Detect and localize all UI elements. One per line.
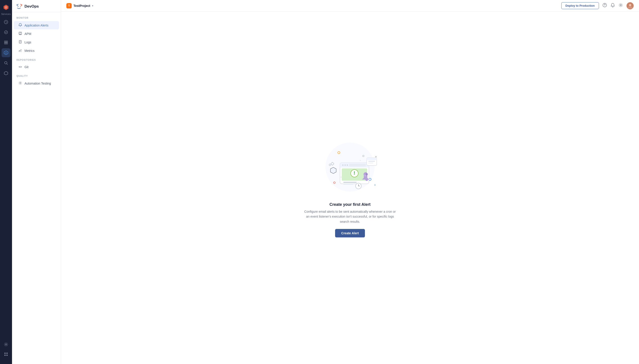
notification-icon[interactable] — [610, 3, 615, 8]
metrics-icon — [18, 48, 22, 53]
rail-icon-settings[interactable] — [2, 340, 11, 349]
svg-point-18 — [629, 4, 631, 6]
user-avatar[interactable] — [626, 2, 634, 9]
apm-label: APM — [25, 32, 31, 36]
svg-point-41 — [366, 173, 368, 175]
application-alerts-label: Application Alerts — [25, 24, 48, 27]
svg-point-33 — [347, 164, 348, 166]
project-dropdown-arrow[interactable]: ▾ — [92, 4, 93, 7]
empty-state-description: Configure email alerts to be sent automa… — [303, 209, 397, 224]
deploy-button[interactable]: Deploy to Production — [561, 2, 599, 9]
automation-testing-label: Automation Testing — [25, 82, 51, 85]
svg-point-31 — [342, 164, 344, 166]
automation-icon — [18, 81, 22, 86]
rail-icon-5[interactable] — [2, 58, 11, 68]
project-badge: T — [66, 3, 72, 8]
quality-section-label: QUALITY — [12, 74, 61, 79]
nav-item-automation-testing[interactable]: Automation Testing — [14, 79, 59, 88]
svg-point-15 — [604, 6, 605, 6]
svg-rect-4 — [6, 43, 8, 44]
empty-state-title: Create your first Alert — [330, 202, 370, 207]
svg-point-42 — [364, 174, 366, 177]
sidebar: DevOps MONITOR Application Alerts AP — [12, 0, 61, 364]
topbar-right: Deploy to Production — [561, 2, 634, 9]
bell-icon — [18, 23, 22, 27]
nav-item-git[interactable]: <> Git — [14, 63, 59, 71]
metrics-label: Metrics — [25, 49, 35, 52]
svg-rect-8 — [7, 353, 8, 354]
svg-rect-39 — [343, 182, 357, 183]
git-icon: <> — [18, 66, 22, 68]
svg-rect-45 — [367, 159, 377, 160]
svg-rect-7 — [5, 353, 6, 354]
help-icon[interactable] — [602, 3, 607, 8]
apm-icon — [18, 32, 22, 36]
icon-rail: Services — [0, 0, 12, 364]
svg-rect-46 — [368, 161, 375, 162]
alert-illustration: + + — [319, 138, 381, 196]
nav-item-metrics[interactable]: Metrics — [14, 46, 59, 55]
svg-rect-3 — [5, 43, 6, 44]
svg-rect-34 — [349, 164, 366, 166]
svg-text:!: ! — [354, 170, 355, 176]
svg-point-50 — [360, 160, 361, 161]
svg-text:×: × — [375, 155, 377, 158]
sidebar-logo — [17, 4, 22, 9]
rail-icon-3[interactable] — [2, 38, 11, 47]
main-content: + + — [61, 12, 639, 364]
settings-icon[interactable] — [618, 3, 623, 8]
svg-point-5 — [5, 62, 7, 64]
rail-icon-devops[interactable] — [2, 48, 11, 57]
rail-logo[interactable] — [2, 3, 11, 12]
rail-icon-grid[interactable] — [2, 350, 11, 359]
create-alert-button[interactable]: Create Alert — [335, 229, 365, 238]
empty-state: + + — [303, 138, 397, 238]
rail-bottom — [2, 340, 11, 361]
svg-point-13 — [20, 82, 21, 84]
git-label: Git — [25, 65, 29, 69]
svg-rect-40 — [343, 184, 353, 185]
sidebar-title: DevOps — [25, 4, 39, 9]
rail-icon-6[interactable] — [2, 69, 11, 78]
logs-icon — [18, 40, 22, 44]
svg-point-16 — [620, 5, 621, 6]
nav-item-logs[interactable]: Logs — [14, 38, 59, 46]
svg-rect-9 — [5, 355, 6, 356]
svg-rect-11 — [19, 32, 22, 34]
svg-rect-10 — [7, 355, 8, 356]
logs-label: Logs — [25, 40, 31, 44]
nav-item-apm[interactable]: APM — [14, 30, 59, 38]
services-label: Services — [1, 13, 11, 15]
svg-point-32 — [344, 164, 346, 166]
monitor-section-label: MONITOR — [12, 16, 61, 21]
sidebar-header: DevOps — [12, 0, 61, 12]
topbar: T TestProject ▾ Deploy to Production — [61, 0, 639, 12]
rail-icon-1[interactable] — [2, 18, 11, 26]
rail-icon-2[interactable] — [2, 28, 11, 37]
svg-point-6 — [6, 344, 7, 345]
svg-text:+: + — [374, 183, 376, 187]
topbar-left: T TestProject ▾ — [66, 3, 93, 8]
svg-rect-1 — [5, 41, 6, 42]
main-area: T TestProject ▾ Deploy to Production — [61, 0, 639, 364]
sidebar-nav: MONITOR Application Alerts APM — [12, 12, 61, 364]
repositories-section-label: REPOSITORIES — [12, 58, 61, 63]
svg-rect-47 — [368, 163, 373, 164]
svg-point-51 — [341, 177, 342, 178]
svg-rect-2 — [6, 41, 8, 42]
nav-item-application-alerts[interactable]: Application Alerts — [14, 21, 59, 29]
project-name: TestProject — [74, 4, 90, 8]
